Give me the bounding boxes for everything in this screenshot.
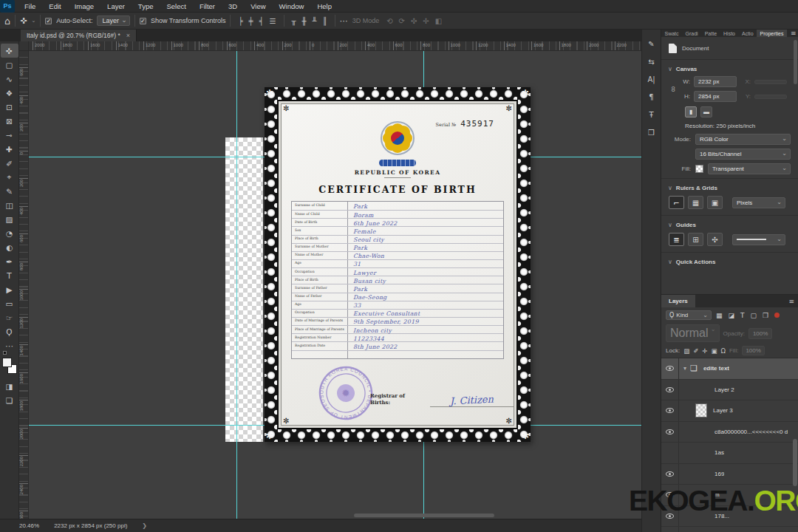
height-field[interactable]: 2854 px <box>694 91 737 102</box>
menu-item[interactable]: Edit <box>42 0 67 13</box>
layer-row[interactable]: 1as <box>661 443 798 464</box>
default-colors-icon[interactable] <box>3 351 7 355</box>
opacity-field[interactable]: 100% <box>748 328 772 339</box>
filter-toggle-icon[interactable] <box>774 313 780 318</box>
layer-name[interactable]: c8a0000000...<<<<<<<<0 d <box>715 429 788 435</box>
units-dropdown[interactable]: Pixels ⌄ <box>732 197 785 208</box>
layer-row[interactable]: 01.01.1990 <box>661 527 798 532</box>
menu-item[interactable]: View <box>244 0 272 13</box>
align-icon[interactable]: ☰ <box>270 17 276 25</box>
align-icon[interactable]: ╪ <box>248 17 253 25</box>
document-tab[interactable]: Italy id.psd @ 20.7% (RGB/16#) * × <box>21 30 137 41</box>
toggle-button[interactable]: ▦ <box>688 196 703 209</box>
more-options-icon[interactable]: ⋯ <box>340 16 348 26</box>
close-icon[interactable]: × <box>126 32 130 39</box>
tool-button[interactable]: ◐ <box>1 240 18 254</box>
layer-name[interactable]: 169 <box>715 471 724 477</box>
tool-button[interactable]: ✚ <box>1 142 18 156</box>
toggle-button[interactable]: ⌐ <box>669 196 684 209</box>
tool-button[interactable]: ◫ <box>1 198 18 212</box>
panel-dock-icon[interactable]: ❒ <box>648 129 655 137</box>
visibility-toggle[interactable] <box>661 443 679 463</box>
lock-icon[interactable]: ✐ <box>693 347 698 355</box>
3d-mode-icon[interactable]: ◧ <box>435 17 442 25</box>
toggle-button[interactable]: ✣ <box>707 233 723 246</box>
auto-select-checkbox[interactable]: ✓ <box>45 18 52 24</box>
menu-item[interactable]: Window <box>273 0 311 13</box>
bit-depth-dropdown[interactable]: 16 Bits/Channel ⌄ <box>695 149 791 160</box>
foreground-color-swatch[interactable] <box>2 358 12 367</box>
tool-button[interactable]: ◨ <box>1 379 18 393</box>
fill-dropdown[interactable]: Transparent ⌄ <box>708 163 791 174</box>
panel-tab[interactable]: Patte <box>701 30 720 37</box>
layer-name[interactable]: edite text <box>703 365 729 372</box>
layer-name[interactable]: Layer 3 <box>713 407 733 414</box>
layer-filter-icon[interactable]: ▦ <box>715 312 724 319</box>
tool-button[interactable]: ✒ <box>1 254 18 268</box>
canvas-area[interactable]: 2000180016001400120010008006004002000200… <box>19 41 641 519</box>
tool-button[interactable]: ⊡ <box>1 100 18 114</box>
color-swatches[interactable] <box>1 357 18 376</box>
tool-button[interactable]: ❏ <box>1 393 18 407</box>
lock-icon[interactable]: Ω <box>720 347 726 355</box>
status-arrow-icon[interactable]: ❯ <box>142 522 147 529</box>
tool-button[interactable]: ▢ <box>1 58 18 72</box>
zoom-level[interactable]: 20.46% <box>19 522 39 529</box>
portrait-orientation-button[interactable]: ▮ <box>685 106 697 117</box>
align-icon[interactable]: ╡ <box>259 17 264 25</box>
menu-item[interactable]: Select <box>160 0 192 13</box>
tool-button[interactable]: ❖ <box>1 86 18 100</box>
panel-tab[interactable]: Gradi <box>682 30 701 37</box>
layer-filter-icon[interactable]: ◪ <box>727 312 737 319</box>
menu-item[interactable]: Type <box>132 0 160 13</box>
quick-actions-section-header[interactable]: ∨ Quick Actions <box>661 255 798 267</box>
visibility-toggle[interactable] <box>661 400 679 421</box>
panel-dock-icon[interactable]: ¶ <box>649 93 653 101</box>
rulers-grids-section-header[interactable]: ∨ Rulers & Grids <box>661 181 798 194</box>
panel-tab[interactable]: Histo <box>720 30 739 37</box>
auto-select-target-dropdown[interactable]: Layer ⌄ <box>97 16 130 26</box>
guides-section-header[interactable]: ∨ Guides <box>661 218 798 231</box>
lock-icon[interactable]: ▨ <box>683 347 689 355</box>
panel-dock-icon[interactable]: A| <box>647 75 655 83</box>
visibility-toggle[interactable] <box>661 422 679 443</box>
panel-menu-icon[interactable]: ≡ <box>785 295 798 307</box>
valign-icon[interactable]: ╫ <box>302 17 307 25</box>
panel-tab[interactable]: Actio <box>739 30 757 37</box>
valign-icon[interactable]: ╥ <box>292 17 296 25</box>
menu-item[interactable]: Filter <box>193 0 222 13</box>
tool-button[interactable]: T <box>1 268 18 282</box>
valign-icon[interactable]: ╨ <box>313 17 317 25</box>
layer-name[interactable]: Layer 2 <box>715 386 734 393</box>
tool-button[interactable]: ⌖ <box>1 170 18 184</box>
tool-button[interactable]: ▶ <box>1 282 18 296</box>
fill-field[interactable]: 100% <box>742 346 764 355</box>
width-field[interactable]: 2232 px <box>694 76 737 87</box>
tool-button[interactable]: ☞ <box>1 310 18 324</box>
canvas-section-header[interactable]: ∨ Canvas <box>661 62 798 75</box>
toggle-button[interactable]: ≣ <box>669 233 684 246</box>
tool-button[interactable]: ∿ <box>1 72 18 86</box>
menu-item[interactable]: Layer <box>100 0 132 13</box>
layer-row[interactable]: Layer 3 <box>661 400 798 422</box>
3d-mode-icon[interactable]: ✣ <box>411 17 417 25</box>
tool-button[interactable]: ⊸ <box>1 128 18 142</box>
layer-filter-icon[interactable]: T <box>739 312 746 319</box>
3d-mode-icon[interactable]: ✢ <box>423 17 429 25</box>
guide-vertical-1[interactable] <box>236 51 237 519</box>
panel-tab[interactable]: Properties <box>757 30 787 37</box>
scrollbar[interactable] <box>794 40 797 84</box>
panel-dock-icon[interactable]: ✎ <box>648 40 654 48</box>
visibility-toggle[interactable] <box>661 380 679 400</box>
move-tool-icon[interactable]: ✜ <box>20 16 27 26</box>
layer-row[interactable]: 169 <box>661 464 798 485</box>
panel-dock-icon[interactable]: ⇆ <box>648 58 654 66</box>
layer-row[interactable]: c8a0000000...<<<<<<<<0 d <box>661 422 798 443</box>
visibility-toggle[interactable] <box>661 464 679 485</box>
home-icon[interactable]: ⌂ <box>4 16 10 27</box>
chevron-down-icon[interactable]: ⌄ <box>31 18 35 24</box>
filter-kind-dropdown[interactable]: Ϙ Kind ⌄ <box>666 310 712 320</box>
menu-item[interactable]: 3D <box>222 0 244 13</box>
layer-filter-icon[interactable]: ❐ <box>761 312 770 319</box>
toggle-button[interactable]: ▣ <box>707 196 723 209</box>
